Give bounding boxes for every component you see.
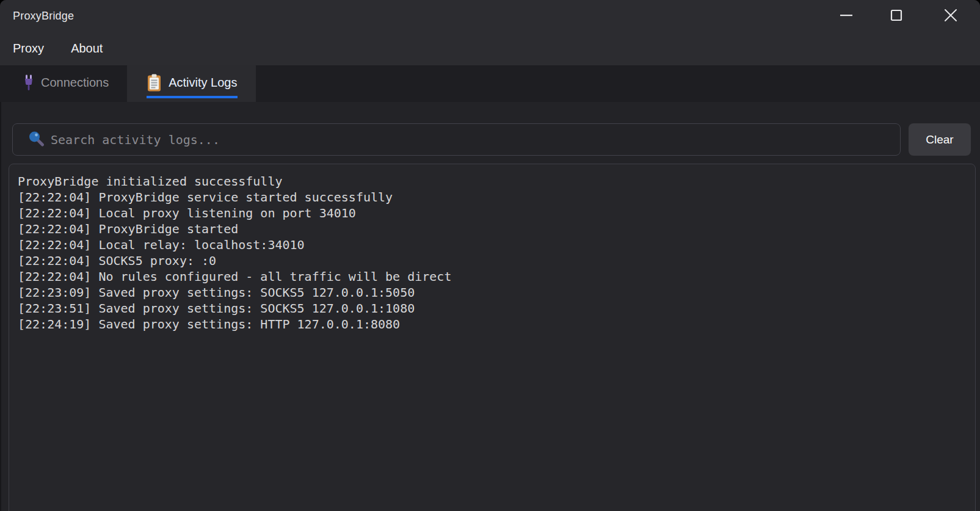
log-line: [22:24:19] Saved proxy settings: HTTP 12… [18,316,967,332]
close-icon [944,9,957,22]
window-title: ProxyBridge [13,10,74,23]
tab-connections[interactable]: Connections [0,65,127,102]
log-line: [22:22:04] SOCKS5 proxy: :0 [18,253,967,269]
log-line: [22:22:04] Local relay: localhost:34010 [18,237,967,253]
clear-button[interactable]: Clear [909,123,971,156]
tab-activity-logs[interactable]: Activity Logs [127,65,256,102]
window-controls [821,0,980,31]
log-line: [22:22:04] ProxyBridge started [18,221,967,237]
maximize-icon [890,9,902,21]
menu-item-about[interactable]: About [71,42,103,56]
search-field-wrap [12,123,901,156]
log-line: [22:23:51] Saved proxy settings: SOCKS5 … [18,300,967,316]
tab-label: Connections [41,76,109,90]
log-line: [22:23:09] Saved proxy settings: SOCKS5 … [18,284,967,300]
minimize-icon [840,9,853,22]
log-line: [22:22:04] ProxyBridge service started s… [18,189,967,205]
log-line: [22:22:04] Local proxy listening on port… [18,205,967,221]
menu-bar: Proxy About [0,32,980,65]
proxybridge-window: ProxyBridge Proxy About [0,0,980,511]
maximize-button[interactable] [871,0,921,31]
close-button[interactable] [921,0,980,31]
window-header: ProxyBridge Proxy About [0,0,980,65]
activity-log-panel[interactable]: ProxyBridge initialized successfully [22… [9,164,976,511]
tab-label: Activity Logs [169,76,237,90]
search-row: Clear [12,123,971,156]
plug-icon [24,74,34,92]
log-line: ProxyBridge initialized successfully [18,173,967,189]
log-line: [22:22:04] No rules configured - all tra… [18,269,967,284]
clipboard-icon [147,74,161,92]
tab-strip: Connections Activity Logs [0,65,980,102]
menu-item-proxy[interactable]: Proxy [13,42,44,56]
minimize-button[interactable] [821,0,871,31]
search-input[interactable] [12,123,901,156]
